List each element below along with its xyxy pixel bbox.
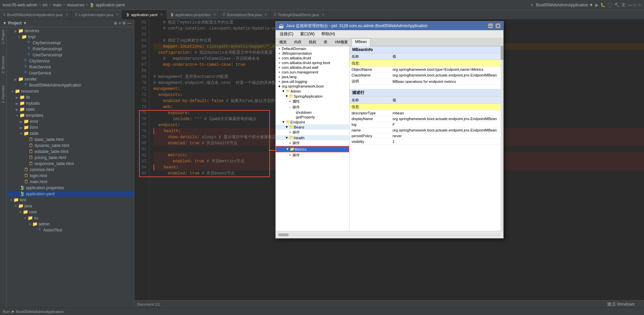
tab-close[interactable]: ✕: [160, 13, 163, 16]
tab-close[interactable]: ✕: [116, 13, 119, 16]
tree-item-common[interactable]: 🗒 common.html: [7, 167, 134, 173]
jmx-menu-connect[interactable]: 连接(C): [278, 31, 295, 37]
tree-item-main[interactable]: 🗒 main.html: [7, 179, 134, 185]
tree-item-responsive-table[interactable]: 🗒 responsive_table.html: [7, 161, 134, 167]
jmx-tree-item-health[interactable]: ▼ 📁 Health: [276, 135, 349, 140]
tree-item-error[interactable]: ▶ 📁 error: [7, 118, 134, 124]
jmx-close-btn[interactable]: ✕: [495, 23, 501, 29]
run-icon[interactable]: ▶: [595, 3, 598, 7]
tree-item-templates[interactable]: ▼ 📁 templates: [7, 112, 134, 118]
sidebar-title-arrow[interactable]: ▼: [23, 21, 27, 25]
tree-item-roleservice[interactable]: © RoleService: [7, 64, 134, 70]
jmx-tree-item-defaultdomain[interactable]: + DefaultDomain: [276, 46, 349, 51]
sidebar-icon1[interactable]: ⊕: [114, 21, 117, 25]
jmx-scrollbar[interactable]: [501, 46, 503, 231]
tab-summptions[interactable]: C SummptionsTest.java ✕: [220, 10, 271, 19]
jmx-tab-threads[interactable]: 线程: [305, 38, 320, 46]
build-icon[interactable]: 🔨: [614, 3, 619, 7]
jmx-tab-memory[interactable]: 内存: [290, 38, 305, 46]
debug-icon[interactable]: 🐛: [600, 3, 605, 7]
jmx-tree-item-springapp[interactable]: ▼ 📁 SpringApplication: [276, 94, 349, 99]
tab-close[interactable]: ✕: [264, 13, 267, 16]
tree-item-basic-table[interactable]: 🗒 basic_table.html: [7, 137, 134, 143]
tab-application-properties[interactable]: 🍃 application.properties ✕: [167, 10, 220, 19]
jmx-tree-item-props[interactable]: + 属性: [276, 99, 349, 104]
jmx-menu-help[interactable]: 帮助(H): [320, 31, 336, 37]
breadcrumb-part-1[interactable]: boot-05-web-admin: [3, 3, 37, 7]
jmx-tree-item-metrics-ops[interactable]: + 操作: [276, 152, 349, 158]
tree-item-login[interactable]: 🗒 login.html: [7, 173, 134, 179]
tree-item-userservice[interactable]: © UserService: [7, 70, 134, 76]
jmx-tree-item-beans[interactable]: ▼ 📁 Beans: [276, 124, 349, 129]
jmx-tree-item-druid-wall[interactable]: + com.alibaba.druid.wall: [276, 65, 349, 70]
breadcrumb-part-4[interactable]: resources: [66, 3, 84, 7]
jmx-tree-item-shutdown[interactable]: shutdown: [276, 110, 349, 115]
tree-item-lib[interactable]: ▶ 📁 lib: [7, 94, 134, 100]
tree-item-com[interactable]: ▼ 📁 com: [7, 209, 134, 215]
jmx-tree-item-druid-spring[interactable]: + com.alibaba.druid.spring.boot: [276, 60, 349, 65]
tab-boot05webadmin[interactable]: C Boot05WebAdminApplication.java ✕: [0, 10, 72, 19]
jmx-tab-mbean[interactable]: MBean: [352, 38, 371, 46]
tab-testing[interactable]: C TestingAStackDemo.java ✕: [271, 10, 328, 19]
tree-item-java[interactable]: ▼ 📁 java: [7, 203, 134, 209]
maximize-icon[interactable]: □: [634, 3, 636, 7]
tree-item-table[interactable]: ▼ 📁 table: [7, 130, 134, 137]
tree-item-cityservice[interactable]: © CityService: [7, 58, 134, 64]
jmx-tree-item-ops[interactable]: － 操作: [276, 104, 349, 110]
jmx-tree-item-druid[interactable]: + com.alibaba.druid: [276, 56, 349, 60]
stop-icon[interactable]: ⬛: [607, 3, 612, 7]
jmx-tab-classes[interactable]: 类: [320, 38, 331, 46]
tree-item-form[interactable]: ▶ 📁 form: [7, 124, 134, 130]
tree-item-servlet[interactable]: ▶ 📁 servlet: [7, 76, 134, 82]
sidebar-icon3[interactable]: ⚙: [122, 21, 126, 25]
tree-item-cityserviceimpl[interactable]: © CityServiceImpl: [7, 40, 134, 46]
tree-item-resources[interactable]: ▼ 📁 resources: [7, 88, 134, 94]
sidebar-icon4[interactable]: —: [127, 21, 131, 25]
tree-item-asserttest[interactable]: © AssertTest: [7, 227, 134, 233]
jmx-minimize-btn[interactable]: —: [488, 23, 493, 29]
close-icon[interactable]: ✕: [638, 3, 641, 7]
tree-item-dynamic-table[interactable]: 🗒 dynamic_table.html: [7, 143, 134, 149]
jmx-tree-item-admin[interactable]: ▼ 📁 Admin: [276, 89, 349, 94]
tab-close[interactable]: ✕: [65, 13, 68, 16]
sidebar-collapse-icon[interactable]: ▼: [3, 21, 7, 25]
jmx-tree-item-metrics[interactable]: ▼ 📁 Metrics: [276, 146, 349, 152]
jmx-tree-item-java-lang[interactable]: + java.lang: [276, 74, 349, 79]
app-dropdown[interactable]: Boot05WebAdminApplication ▼: [536, 3, 593, 7]
side-tab-3[interactable]: 2: Favorites: [1, 83, 6, 106]
jmx-menu-window[interactable]: 窗口(W): [299, 31, 316, 37]
tree-item-roleserviceimpl[interactable]: © RoleServiceImpl: [7, 46, 134, 52]
tree-item-pricing-table[interactable]: 🗒 pricing_table.html: [7, 155, 134, 161]
tree-item-boot05webadmin[interactable]: © Boot05WebAdminApplication: [7, 82, 134, 88]
tree-item-xu[interactable]: ▼ 📁 xu: [7, 215, 134, 221]
jmx-tree-item-health-ops[interactable]: + 操作: [276, 140, 349, 146]
jmx-tab-vmsummary[interactable]: VM概要: [331, 38, 352, 46]
minimize-icon[interactable]: —: [628, 3, 632, 7]
tree-item-userserviceimpl[interactable]: © UserServiceImpl: [7, 52, 134, 58]
tree-item-editable-table[interactable]: 🗒 editable_table.html: [7, 149, 134, 155]
jmx-tree-item-beans-ops[interactable]: + 操作: [276, 129, 349, 135]
tab-close[interactable]: ✕: [213, 13, 216, 16]
breadcrumb-part-2[interactable]: src: [42, 3, 48, 7]
jmx-tab-overview[interactable]: 概览: [276, 38, 290, 46]
tab-logininterceptor[interactable]: C LoginInterceptor.java ✕: [72, 10, 122, 19]
side-tab-2[interactable]: 2: Structure: [1, 53, 6, 76]
tree-item-app-prop[interactable]: 🍃 application.properties: [7, 185, 134, 191]
tree-item-test[interactable]: ▼ 📁 test: [7, 197, 134, 203]
tree-item-admin[interactable]: ▼ 📁 admin: [7, 221, 134, 227]
jmx-tree-item-com-sun[interactable]: + com.sun.management: [276, 70, 349, 74]
tree-item-mybatis[interactable]: ▶ 📁 mybatis: [7, 100, 134, 106]
jmx-tree-item-endpoint[interactable]: ▼ 📁 Endpoint: [276, 119, 349, 124]
jmx-tree-item-jmimpl[interactable]: + JMImplementation: [276, 51, 349, 56]
side-tab-1[interactable]: 1: Project: [1, 27, 6, 47]
jmx-tree-item-springframework[interactable]: ▼ org.springframework.boot: [276, 84, 349, 89]
tree-item-app-yaml[interactable]: 🍃 application.yaml: [7, 191, 134, 197]
breadcrumb-part-5[interactable]: application.yaml: [96, 3, 125, 7]
sidebar-icon2[interactable]: ≡: [119, 21, 121, 25]
tree-item-services[interactable]: ▶ 📁 services: [7, 28, 134, 34]
jmx-tree-item-java-logging[interactable]: + java.util.logging: [276, 79, 349, 84]
tab-application-yaml[interactable]: 🍃 application.yaml ✕: [122, 10, 167, 19]
jmx-tree-item-getproperty[interactable]: getProperty: [276, 115, 349, 119]
breadcrumb-part-3[interactable]: main: [53, 3, 61, 7]
tree-item-impl[interactable]: ▼ 📁 Impl: [7, 34, 134, 40]
